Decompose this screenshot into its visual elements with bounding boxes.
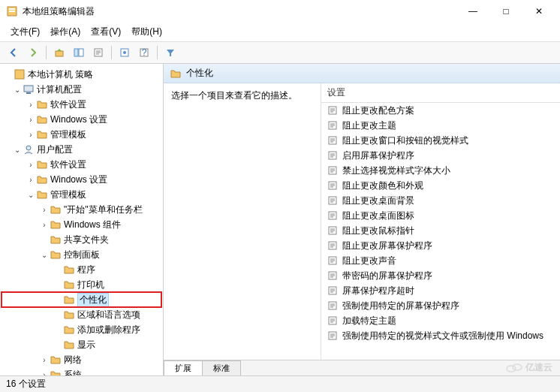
twisty-icon[interactable]: ›: [26, 176, 36, 184]
folder-icon: [63, 339, 75, 351]
setting-item[interactable]: 加载特定主题: [321, 313, 560, 328]
tree-network[interactable]: ›网络: [2, 352, 161, 367]
properties-button[interactable]: [89, 44, 107, 61]
folder-icon: [170, 68, 182, 80]
svg-rect-13: [26, 92, 31, 94]
tree-u-software[interactable]: ›软件设置: [2, 157, 161, 172]
toolbar: ?: [0, 42, 560, 64]
tree-shared-folders[interactable]: 共享文件夹: [2, 232, 161, 247]
close-button[interactable]: ✕: [524, 2, 554, 20]
tree-label: 计算机配置: [37, 83, 82, 96]
tree-c-admin[interactable]: ›管理模板: [2, 127, 161, 142]
setting-item[interactable]: 禁止选择视觉样式字体大小: [321, 163, 560, 178]
tree-computer-config[interactable]: ⌄ 计算机配置: [2, 82, 161, 97]
folder-icon: [63, 294, 75, 306]
setting-item[interactable]: 屏幕保护程序超时: [321, 283, 560, 298]
tree-add-remove[interactable]: 添加或删除程序: [2, 322, 161, 337]
tree-c-software[interactable]: ›软件设置: [2, 97, 161, 112]
help-button[interactable]: ?: [135, 44, 153, 61]
folder-icon: [36, 188, 48, 201]
setting-item[interactable]: 阻止更改声音: [321, 253, 560, 268]
setting-label: 禁止选择视觉样式字体大小: [342, 164, 450, 177]
setting-item[interactable]: 阻止更改主题: [321, 118, 560, 133]
tree-start-taskbar[interactable]: ›"开始"菜单和任务栏: [2, 202, 161, 217]
view-tabs: 扩展 标准: [164, 360, 560, 375]
tree-label: 控制面板: [64, 249, 100, 261]
setting-item[interactable]: 阻止更改颜色和外观: [321, 178, 560, 193]
tree-control-panel[interactable]: ⌄控制面板: [2, 247, 161, 262]
setting-item[interactable]: 阻止更改配色方案: [321, 103, 560, 118]
settings-list[interactable]: 设置 阻止更改配色方案阻止更改主题阻止更改窗口和按钮的视觉样式启用屏幕保护程序禁…: [321, 83, 560, 360]
setting-item[interactable]: 阻止更改桌面图标: [321, 208, 560, 223]
twisty-icon[interactable]: ›: [39, 356, 50, 364]
twisty-icon[interactable]: ⌄: [12, 146, 23, 154]
twisty-icon[interactable]: ›: [26, 116, 36, 124]
tree-system[interactable]: ›系统: [2, 367, 161, 375]
tree-win-components[interactable]: ›Windows 组件: [2, 217, 161, 232]
setting-label: 启用屏幕保护程序: [342, 149, 414, 162]
tree-user-config[interactable]: ⌄ 用户配置: [2, 142, 161, 157]
folder-icon: [50, 354, 62, 366]
setting-icon: [327, 150, 338, 161]
tree-programs[interactable]: 程序: [2, 262, 161, 277]
tree-region-lang[interactable]: 区域和语言选项: [2, 307, 161, 322]
twisty-icon[interactable]: ⌄: [26, 191, 36, 199]
twisty-icon[interactable]: ⌄: [39, 251, 50, 259]
setting-item[interactable]: 阻止更改鼠标指针: [321, 223, 560, 238]
maximize-button[interactable]: □: [491, 2, 521, 20]
minimize-button[interactable]: —: [458, 2, 488, 20]
folder-icon: [50, 369, 62, 375]
setting-icon: [327, 120, 338, 131]
setting-item[interactable]: 启用屏幕保护程序: [321, 148, 560, 163]
tab-standard[interactable]: 标准: [202, 360, 241, 375]
setting-icon: [327, 270, 338, 281]
svg-point-32: [513, 364, 522, 370]
tree-personalization[interactable]: 个性化: [2, 292, 161, 307]
twisty-icon[interactable]: ›: [26, 161, 36, 169]
folder-icon: [36, 128, 48, 140]
svg-rect-2: [9, 11, 15, 12]
menu-view[interactable]: 查看(V): [86, 24, 125, 40]
twisty-icon[interactable]: ⌄: [12, 86, 23, 94]
settings-column-header[interactable]: 设置: [321, 83, 560, 103]
refresh-button[interactable]: [116, 44, 134, 61]
tree-label: Windows 设置: [50, 173, 107, 186]
setting-item[interactable]: 强制使用特定的屏幕保护程序: [321, 298, 560, 313]
back-button[interactable]: [5, 44, 23, 61]
tree-display[interactable]: 显示: [2, 337, 161, 352]
twisty-icon[interactable]: ›: [39, 221, 50, 229]
setting-item[interactable]: 阻止更改桌面背景: [321, 193, 560, 208]
show-hide-tree-button[interactable]: [70, 44, 88, 61]
status-text: 16 个设置: [6, 378, 46, 389]
setting-item[interactable]: 阻止更改窗口和按钮的视觉样式: [321, 133, 560, 148]
content-body: 选择一个项目来查看它的描述。 设置 阻止更改配色方案阻止更改主题阻止更改窗口和按…: [164, 83, 560, 360]
tree-u-windows[interactable]: ›Windows 设置: [2, 172, 161, 187]
filter-button[interactable]: [161, 44, 179, 61]
up-button[interactable]: [50, 44, 68, 61]
setting-icon: [327, 315, 338, 326]
twisty-icon[interactable]: ›: [39, 206, 50, 214]
twisty-icon[interactable]: ›: [26, 101, 36, 109]
tree-c-windows[interactable]: ›Windows 设置: [2, 112, 161, 127]
forward-button[interactable]: [24, 44, 42, 61]
computer-icon: [23, 83, 35, 95]
tree-label: "开始"菜单和任务栏: [64, 204, 143, 216]
menu-action[interactable]: 操作(A): [46, 24, 85, 40]
tree-u-admin[interactable]: ⌄管理模板: [2, 187, 161, 202]
folder-icon: [36, 158, 48, 170]
setting-icon: [327, 225, 338, 236]
tree-printers[interactable]: 打印机: [2, 277, 161, 292]
nav-tree[interactable]: 本地计算机 策略 ⌄ 计算机配置 ›软件设置 ›Windows 设置 ›管理模板…: [0, 64, 164, 375]
tree-label: 显示: [77, 339, 95, 351]
menu-file[interactable]: 文件(F): [6, 24, 44, 40]
tree-root[interactable]: 本地计算机 策略: [2, 67, 161, 82]
folder-icon: [63, 309, 75, 321]
setting-item[interactable]: 强制使用特定的视觉样式文件或强制使用 Windows: [321, 328, 560, 343]
setting-icon: [327, 300, 338, 311]
setting-item[interactable]: 阻止更改屏幕保护程序: [321, 238, 560, 253]
twisty-icon[interactable]: ›: [26, 131, 36, 139]
folder-icon: [50, 234, 62, 246]
tab-extended[interactable]: 扩展: [164, 360, 203, 375]
setting-item[interactable]: 带密码的屏幕保护程序: [321, 268, 560, 283]
menu-help[interactable]: 帮助(H): [127, 24, 167, 40]
